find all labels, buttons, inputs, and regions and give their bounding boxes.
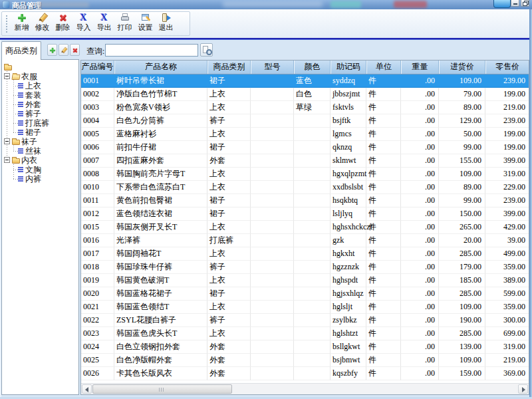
product-table: 产品编号产品名称商品类别型号颜色助记码单位重量进货价零售价 0001 树叶吊带长…	[80, 60, 529, 395]
cell-color: 白色	[294, 88, 331, 101]
window-control-button[interactable]	[521, 0, 529, 7]
tree-item[interactable]: 丝袜	[2, 146, 78, 156]
cell-product-name: 白色净版帽外套	[114, 354, 207, 367]
column-header[interactable]: 产品编号	[81, 61, 114, 74]
table-row[interactable]: 0010 下系带白色流苏白T 上衣 xxdbslsbt 件 .00 89.00 …	[81, 181, 529, 194]
table-row[interactable]: 0006 前扣牛仔裙 裙子 qknzq 件 .00 99.00 199.00	[81, 141, 529, 154]
cell-color: 蓝色	[294, 74, 331, 88]
window-control-button[interactable]	[511, 0, 519, 7]
toolbar-button-icon	[120, 13, 130, 23]
table-row[interactable]: 0004 白色九分筒裤 裤子 bsjftk 件 .00 129.00 239.0…	[81, 114, 529, 128]
toolbar-button[interactable]: 打印	[114, 13, 135, 35]
scrollbar-thumb[interactable]	[92, 384, 232, 394]
toolbar-button-icon	[37, 13, 48, 23]
category-action-button[interactable]	[47, 44, 57, 56]
tree-item[interactable]: 内裤	[2, 174, 78, 184]
cell-product-id: 0003	[81, 101, 114, 114]
table-row[interactable]: 0021 韩国蓝色领结T 上衣 hglsljt 件 .00 109.00 359…	[81, 301, 529, 314]
search-input[interactable]	[105, 44, 198, 57]
toolbar-grip[interactable]	[6, 15, 7, 33]
cell-model	[251, 101, 294, 114]
scroll-left-arrow[interactable]	[82, 384, 92, 394]
table-row[interactable]: 0012 蓝色领结连衣裙 裙子 lsljlyq 件 .00 150.00 399…	[81, 207, 529, 221]
category-tab[interactable]: 商品类别	[1, 41, 41, 60]
cell-product-name: 韩国胸前亮片字母T	[114, 168, 207, 181]
category-action-button[interactable]	[59, 44, 68, 56]
toolbar-button[interactable]: 导入	[73, 13, 94, 35]
collapse-icon[interactable]	[4, 73, 10, 79]
collapse-icon[interactable]	[4, 157, 10, 163]
cell-weight: .00	[401, 301, 439, 314]
toolbar-button[interactable]: 修改	[32, 13, 53, 35]
column-header[interactable]: 单位	[366, 61, 401, 74]
table-row[interactable]: 0005 蓝格麻衬衫 上衣 lgmcs 件 .00 50.00 199.00	[81, 128, 529, 141]
table-row[interactable]: 0025 白色净版帽外套 外套 bsjbmwt 件 .00 109.00 219…	[81, 354, 529, 367]
cell-mnemonic: jbbszjmt	[331, 88, 366, 101]
toolbar-button[interactable]: 退出	[156, 13, 176, 35]
find-icon	[201, 45, 212, 55]
cell-product-name: 蓝格麻衬衫	[114, 128, 207, 141]
cell-product-id: 0017	[81, 247, 114, 261]
table-row[interactable]: 0018 韩国珍珠牛仔裤 裤子 hgzznzk 件 .00 179.00 359…	[81, 261, 529, 274]
table-row[interactable]: 0015 韩国灰侧开叉长T 上衣 hghsxhckczt 件 .00 265.0…	[81, 221, 529, 234]
cell-retail-price: 229.00	[485, 181, 529, 194]
cell-product-name: 韩国珍珠牛仔裤	[114, 261, 207, 274]
titlebar-artifact	[37, 2, 89, 7]
table-row[interactable]: 0003 粉色宽条V领衫 上衣 草绿 fsktvls 件 .00 89.00 2…	[81, 101, 529, 114]
cell-category: 外套	[207, 354, 251, 367]
cell-model	[251, 168, 294, 181]
collapse-icon[interactable]	[4, 138, 10, 144]
cell-color	[294, 154, 331, 168]
column-header[interactable]: 颜色	[294, 61, 331, 74]
cell-retail-price: 399.00	[485, 207, 529, 221]
cell-weight: .00	[401, 207, 439, 221]
folder-icon	[12, 140, 20, 145]
table-row[interactable]: 0001 树叶吊带长裙 裙子 蓝色 syddzq 件 .00 109.00 23…	[81, 74, 529, 88]
cell-mnemonic: syddzq	[331, 74, 366, 88]
toolbar-button[interactable]: 设置	[135, 13, 156, 35]
column-header[interactable]: 助记码	[331, 61, 366, 74]
cell-color	[294, 340, 331, 354]
column-header[interactable]: 重量	[401, 61, 439, 74]
search-button[interactable]	[200, 43, 213, 57]
scroll-right-arrow[interactable]	[518, 384, 528, 394]
horizontal-scrollbar[interactable]	[81, 383, 529, 394]
tree-item[interactable]	[2, 63, 78, 72]
cell-mnemonic: zsylbkz	[331, 314, 366, 327]
toolbar-button[interactable]: 删除	[53, 13, 73, 35]
table-row[interactable]: 0016 光泽裤 打底裤 gzk 件 .00 20.00 39.00	[81, 234, 529, 247]
table-row[interactable]: 0017 韩国阔袖花T 上衣 hgkxht 件 .00 285.00 499.0…	[81, 247, 529, 261]
cell-retail-price: 199.00	[485, 141, 529, 154]
cell-cost-price: 99.00	[439, 194, 485, 207]
column-header[interactable]: 型号	[251, 61, 294, 74]
cell-category: 裙子	[207, 74, 251, 88]
category-action-icon	[60, 47, 67, 53]
toolbar-button-label: 删除	[56, 23, 70, 32]
table-row[interactable]: 0011 黄色前扣包臀裙 裙子 hsqkbtq 件 .00 99.00 239.…	[81, 194, 529, 207]
titlebar-glass-button[interactable]	[493, 0, 511, 8]
toolbar-button[interactable]: 新增	[11, 13, 32, 35]
category-action-button[interactable]	[70, 44, 80, 56]
table-row[interactable]: 0020 韩国蓝格花裙子 裙子 hgjsxhlqz 件 .00 285.00 5…	[81, 287, 529, 301]
column-header[interactable]: 产品名称	[114, 61, 207, 74]
table-row[interactable]: 0008 韩国胸前亮片字母T 上衣 hgxqlpzmt 件 .00 109.00…	[81, 168, 529, 181]
cell-model	[251, 301, 294, 314]
column-header[interactable]: 零售价	[485, 61, 529, 74]
column-header[interactable]: 商品类别	[207, 61, 251, 74]
cell-color	[294, 141, 331, 154]
tree-item[interactable]: 裙子	[2, 128, 78, 137]
cell-category: 打底裤	[207, 234, 251, 247]
cell-unit: 件	[366, 354, 401, 367]
table-row[interactable]: 0024 白色立领钢扣外套 外套 bsllgkwt 件 .00 139.00 3…	[81, 340, 529, 354]
toolbar-button[interactable]: 导出	[94, 13, 114, 35]
window-border-right	[529, 9, 532, 399]
table-row[interactable]: 0026 卡其色长版风衣 外套 kqszbfy 件 .00 159.00 369…	[81, 367, 529, 380]
cell-retail-price: 359.00	[485, 301, 529, 314]
table-row[interactable]: 0002 净版白色竹节棉T 上衣 白色 jbbszjmt 件 .00 79.00…	[81, 88, 529, 101]
table-row[interactable]: 0007 四扣蓝麻外套 外套 sklmwt 件 .00 155.00 399.0…	[81, 154, 529, 168]
cell-product-name: 韩国蓝色领结T	[114, 301, 207, 314]
table-row[interactable]: 0023 韩国蓝色虎头长T 上衣 hglshtzt 件 .00 285.00 6…	[81, 327, 529, 340]
column-header[interactable]: 进货价	[439, 61, 485, 74]
table-row[interactable]: 0019 韩国黄色破洞T 上衣 hghspdt 件 .00 185.00 389…	[81, 274, 529, 287]
table-row[interactable]: 0022 ZSYL花腰白裤子 裤子 zsylbkz 件 .00 190.00 3…	[81, 314, 529, 327]
